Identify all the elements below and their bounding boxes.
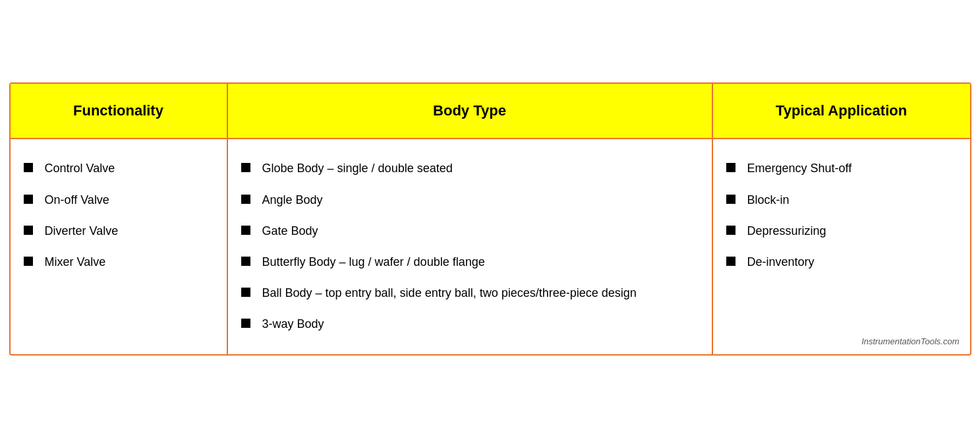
item-text: De-inventory bbox=[747, 254, 815, 270]
item-text: Control Valve bbox=[45, 160, 115, 177]
header-functionality: Functionality bbox=[11, 84, 228, 139]
list-item: Gate Body bbox=[241, 223, 696, 239]
bullet-icon bbox=[24, 163, 33, 172]
item-text: Depressurizing bbox=[747, 223, 826, 239]
bullet-icon bbox=[24, 257, 33, 266]
bullet-icon bbox=[241, 319, 250, 328]
header-typical-application: Typical Application bbox=[713, 84, 970, 139]
bullet-icon bbox=[726, 163, 735, 172]
item-text: Emergency Shut-off bbox=[747, 160, 852, 177]
bullet-icon bbox=[24, 226, 33, 235]
list-item: Ball Body – top entry ball, side entry b… bbox=[241, 285, 696, 301]
table-header: Functionality Body Type Typical Applicat… bbox=[11, 84, 970, 139]
list-item: Diverter Valve bbox=[24, 223, 211, 239]
col3-body: Emergency Shut-offBlock-inDepressurizing… bbox=[713, 139, 970, 354]
functionality-list: Control ValveOn-off ValveDiverter ValveM… bbox=[24, 160, 211, 270]
list-item: 3-way Body bbox=[241, 316, 696, 332]
item-text: Butterfly Body – lug / wafer / double fl… bbox=[262, 254, 485, 270]
list-item: Butterfly Body – lug / wafer / double fl… bbox=[241, 254, 696, 270]
list-item: Depressurizing bbox=[726, 223, 954, 239]
bullet-icon bbox=[241, 226, 250, 235]
bullet-icon bbox=[241, 195, 250, 204]
item-text: Gate Body bbox=[262, 223, 318, 239]
item-text: Mixer Valve bbox=[45, 254, 106, 270]
bullet-icon bbox=[726, 226, 735, 235]
body-type-list: Globe Body – single / double seatedAngle… bbox=[241, 160, 696, 332]
watermark: InstrumentationTools.com bbox=[861, 336, 959, 346]
item-text: Angle Body bbox=[262, 192, 323, 208]
bullet-icon bbox=[726, 257, 735, 266]
bullet-icon bbox=[241, 163, 250, 172]
bullet-icon bbox=[241, 257, 250, 266]
table-body: Control ValveOn-off ValveDiverter ValveM… bbox=[11, 139, 970, 354]
col2-body: Globe Body – single / double seatedAngle… bbox=[228, 139, 713, 354]
item-text: Block-in bbox=[747, 192, 790, 208]
main-table: Functionality Body Type Typical Applicat… bbox=[9, 82, 971, 355]
list-item: Control Valve bbox=[24, 160, 211, 177]
list-item: Angle Body bbox=[241, 192, 696, 208]
col1-body: Control ValveOn-off ValveDiverter ValveM… bbox=[11, 139, 228, 354]
list-item: Emergency Shut-off bbox=[726, 160, 954, 177]
list-item: Globe Body – single / double seated bbox=[241, 160, 696, 177]
item-text: On-off Valve bbox=[45, 192, 109, 208]
item-text: 3-way Body bbox=[262, 316, 324, 332]
bullet-icon bbox=[24, 195, 33, 204]
item-text: Ball Body – top entry ball, side entry b… bbox=[262, 285, 637, 301]
typical-application-list: Emergency Shut-offBlock-inDepressurizing… bbox=[726, 160, 954, 270]
bullet-icon bbox=[726, 195, 735, 204]
list-item: Block-in bbox=[726, 192, 954, 208]
list-item: Mixer Valve bbox=[24, 254, 211, 270]
bullet-icon bbox=[241, 288, 250, 297]
header-body-type: Body Type bbox=[228, 84, 713, 139]
list-item: De-inventory bbox=[726, 254, 954, 270]
list-item: On-off Valve bbox=[24, 192, 211, 208]
item-text: Diverter Valve bbox=[45, 223, 119, 239]
item-text: Globe Body – single / double seated bbox=[262, 160, 453, 177]
